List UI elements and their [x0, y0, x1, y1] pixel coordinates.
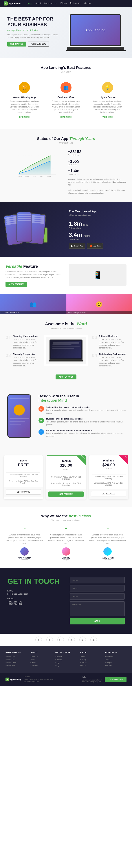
- versatile-title: Versatile Feature: [5, 264, 63, 269]
- contact-section: GET IN TOUCH EMAIL hello@applanding.com …: [0, 568, 132, 633]
- team-photo-1: 👥 A Devoted Team & More: [0, 294, 66, 314]
- contact-email-info: EMAIL hello@applanding.com: [7, 590, 62, 595]
- awesome-num-4: 04: [92, 353, 97, 367]
- quote-icon-2: ❝: [47, 527, 85, 532]
- footer-link-follow3[interactable]: Google+: [105, 662, 127, 663]
- laptop-base: [67, 47, 124, 50]
- versatile-desc: Lorem ipsum dolor sit amet, consectetur …: [5, 270, 63, 279]
- price-feature-basic-2: Commercially Add All Your Own Text Brand…: [6, 479, 40, 485]
- laptop-screen: App Landing: [70, 14, 121, 46]
- social-icon-twitter[interactable]: t: [46, 637, 53, 643]
- footer-cta-button[interactable]: CLICK HERE NOW: [105, 677, 127, 682]
- team-label-1: A Devoted Team & More: [0, 311, 66, 314]
- price-card-basic: Basic FREE Commercially Add All Your Own…: [4, 456, 43, 499]
- nav-home[interactable]: Home: [27, 2, 32, 5]
- footer-link-legal4[interactable]: DMCA: [80, 664, 102, 666]
- social-icon-google[interactable]: g+: [57, 637, 64, 643]
- footer-link-about4[interactable]: Investors: [30, 664, 52, 666]
- features-section: App Landing's Best Features Best app in …: [0, 58, 132, 129]
- footer-link-details2[interactable]: Details Two: [5, 659, 27, 661]
- get-package-basic-button[interactable]: Get Package: [6, 489, 41, 495]
- social-icon-facebook[interactable]: f: [35, 637, 42, 643]
- nav-pricing[interactable]: Pricing: [60, 2, 67, 5]
- stats-section: Status of Our App Through Years Over pas…: [0, 129, 132, 202]
- brand[interactable]: A applanding: [4, 1, 21, 5]
- footer-link-contact4[interactable]: FAQ: [55, 664, 77, 666]
- get-package-platinum-button[interactable]: Get Package: [91, 491, 126, 496]
- stat-downloads: +1555 Downloads: [68, 159, 127, 166]
- hero-subtitle: cross-platform, secure & flexible: [7, 29, 66, 31]
- footer-link-follow1[interactable]: Facebook: [105, 656, 127, 658]
- feature-3-link[interactable]: VISIT HERE: [103, 116, 113, 118]
- footer-link-details4[interactable]: Details Four: [5, 664, 27, 666]
- loved-content: The Most Loved App with awesome features…: [69, 210, 127, 249]
- footer-col-follow: FOLLOW US Facebook Twitter Google+ Linke…: [105, 651, 127, 668]
- awesome-text-1: Stunning User Interface Lorem ipsum dolo…: [13, 335, 40, 349]
- contact-right: SEND: [70, 577, 125, 624]
- most-loved-section: The Most Loved App with awesome features…: [0, 202, 132, 257]
- footer-link-contact2[interactable]: Contact: [55, 659, 77, 661]
- footer-link-about3[interactable]: Career: [30, 662, 52, 663]
- avatar-1: [20, 547, 29, 556]
- social-icon-linkedin[interactable]: in: [69, 637, 75, 643]
- awesome-subtitle: One line comment in awesomeness: [5, 327, 127, 330]
- design-title: Design with the User in Interaction Mind: [38, 394, 127, 403]
- feature-3-title: Highly Secure: [91, 96, 124, 98]
- awesome-item-4: 04 Outstanding Performance Lorem ipsum d…: [92, 353, 127, 367]
- google-play-button[interactable]: ▶ Google Play: [69, 243, 85, 249]
- social-icon-rss[interactable]: ◉: [90, 637, 97, 643]
- footer-link-contact1[interactable]: Support: [55, 656, 77, 658]
- feature-1-link[interactable]: FIND MORE: [19, 116, 29, 118]
- phone-2-screen: [17, 212, 31, 242]
- design-phone: [5, 394, 33, 438]
- footer-link-about2[interactable]: Team: [30, 659, 52, 661]
- nav-about[interactable]: About: [35, 2, 41, 5]
- view-features-button[interactable]: VIEW FEATURES: [56, 374, 76, 379]
- nav-contact[interactable]: Contact: [84, 2, 91, 5]
- social-icon-youtube[interactable]: ▶: [79, 637, 86, 643]
- loved-stat-downloads: 3.4m Digital Downloads: [69, 231, 127, 241]
- awesome-num-2: 02: [5, 353, 11, 367]
- stats-title: Status of Our App Through Years: [5, 136, 127, 141]
- versatile-text: Versatile Feature Lorem ipsum dolor sit …: [5, 264, 63, 287]
- get-started-button[interactable]: GET STARTED: [7, 41, 26, 46]
- purchase-now-button[interactable]: PURCHASE NOW: [28, 41, 49, 46]
- quote-icon-3: ❝: [88, 527, 127, 532]
- footer-link-legal3[interactable]: Cookies: [80, 662, 102, 663]
- phone-2: [17, 212, 32, 242]
- stat-downloads-label: Downloads: [68, 164, 127, 166]
- contact-left: GET IN TOUCH EMAIL hello@applanding.com …: [7, 577, 62, 624]
- app-store-button[interactable]: 🍎 App Store: [87, 243, 103, 249]
- contact-submit-button[interactable]: SEND: [70, 618, 125, 624]
- get-package-premium-button[interactable]: Get Package: [48, 492, 83, 497]
- stats-desc2: Nullam mollis aliquam aliquam aliquam le…: [68, 189, 127, 194]
- show-features-button[interactable]: SHOW FEATURES: [5, 282, 27, 287]
- nav-testimonials[interactable]: Testimonials: [70, 2, 81, 5]
- footer-link-details1[interactable]: Details One: [5, 656, 27, 658]
- testimonial-1-text: Curabitur pretium tincidunt lacus. Nulla…: [5, 533, 44, 545]
- stat-subscriptions-label: Subscriptions: [68, 154, 127, 156]
- testimonial-1-name: John Kennedy: [5, 557, 44, 559]
- design-feature-3: ? Additional help files and documentatio…: [38, 429, 127, 437]
- stats-tag: Over past 5 yrs: [5, 142, 127, 144]
- footer-link-follow4[interactable]: LinkedIn: [105, 664, 127, 666]
- contact-email-input[interactable]: [70, 585, 125, 591]
- price-feature-platinum-2: Commercially Add All Your Own Text Brand…: [92, 481, 126, 487]
- footer-link-legal2[interactable]: Privacy: [80, 659, 102, 661]
- stat-users-number: +1.4m: [68, 168, 127, 173]
- footer-link-legal1[interactable]: Terms: [80, 656, 102, 658]
- footer-col-follow-title: FOLLOW US: [105, 651, 127, 654]
- hero-title: THE BEST APP FOR YOUR BUSINESS: [7, 16, 66, 28]
- nav-awesomeness[interactable]: Awesomeness: [44, 2, 57, 5]
- feature-2-link[interactable]: READ MORE: [60, 116, 72, 118]
- price-card-platinum: Hot Platinum $20.00 MONTH Commercially A…: [89, 456, 128, 499]
- big-phone-mockup: [7, 394, 31, 438]
- footer-link-contact3[interactable]: Blog: [55, 662, 77, 663]
- footer-link-details3[interactable]: Details Three: [5, 662, 27, 663]
- contact-subject-input[interactable]: [70, 593, 125, 599]
- testimonial-2-role: Designer: [47, 559, 85, 561]
- footer-link-about1[interactable]: About Us: [30, 656, 52, 658]
- footer-link-follow2[interactable]: Twitter: [105, 659, 127, 661]
- contact-name-input[interactable]: [70, 577, 125, 583]
- contact-message-input[interactable]: [70, 601, 125, 616]
